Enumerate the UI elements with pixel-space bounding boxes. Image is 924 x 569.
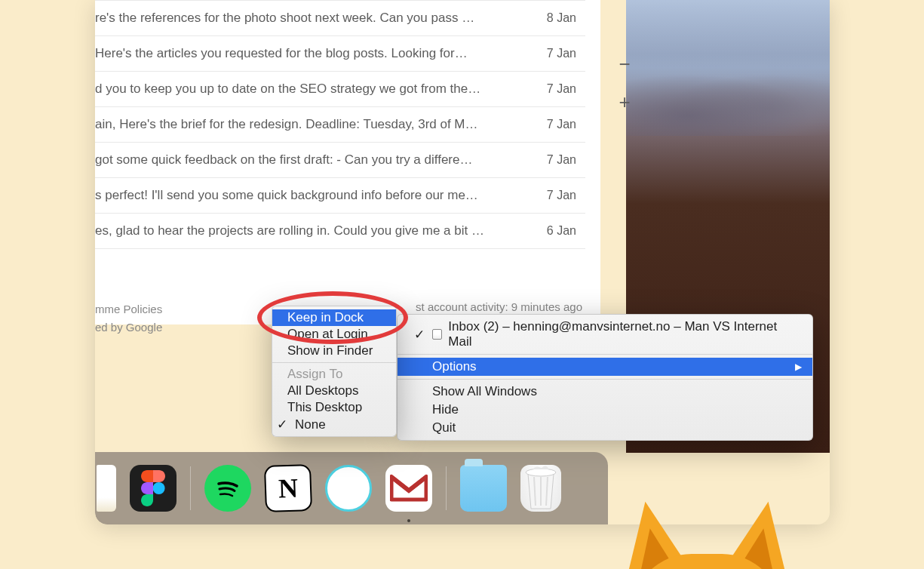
mail-subject: Here's the articles you requested for th…: [95, 46, 532, 61]
dock: N: [95, 452, 608, 524]
menu-separator: [398, 354, 812, 355]
submenu-assign-to: Assign To: [272, 366, 396, 383]
menu-hide-label: Hide: [432, 402, 459, 417]
mail-date: 7 Jan: [547, 189, 576, 202]
check-icon: ✓: [277, 417, 289, 432]
menu-quit-label: Quit: [432, 420, 456, 435]
mail-date: 7 Jan: [547, 153, 576, 167]
screenshot-window: re's the references for the photo shoot …: [95, 0, 830, 524]
dock-app-notes[interactable]: [97, 465, 116, 512]
mail-app: re's the references for the photo shoot …: [95, 0, 600, 324]
spotify-icon: [213, 473, 243, 503]
assign-to-label: Assign To: [287, 367, 342, 382]
options-submenu: Keep in Dock Open at Login Show in Finde…: [272, 306, 397, 437]
mail-subject: got some quick feedback on the first dra…: [95, 152, 532, 168]
dock-context-menu: ✓ Inbox (2) – henning@manvsinternet.no –…: [397, 314, 813, 441]
submenu-none[interactable]: ✓ None: [272, 416, 396, 433]
window-icon: [432, 329, 443, 340]
dock-app-spotify[interactable]: [204, 465, 251, 512]
mail-date: 7 Jan: [547, 118, 576, 131]
dock-trash[interactable]: [520, 465, 561, 512]
menu-item-quit[interactable]: Quit: [398, 419, 812, 437]
dock-app-webapp[interactable]: [325, 465, 372, 512]
open-at-login-label: Open at Login: [287, 327, 368, 342]
dock-app-notion[interactable]: N: [264, 464, 312, 512]
mail-date: 7 Jan: [547, 47, 576, 60]
mail-row[interactable]: re's the references for the photo shoot …: [95, 0, 585, 36]
menu-separator: [272, 362, 396, 363]
mail-row[interactable]: Here's the articles you requested for th…: [95, 36, 585, 72]
menu-options-label: Options: [432, 359, 477, 374]
submenu-keep-in-dock[interactable]: Keep in Dock: [272, 309, 396, 326]
account-activity: st account activity: 9 minutes ago: [416, 300, 582, 313]
menu-item-hide[interactable]: Hide: [398, 401, 812, 419]
mail-subject: ain, Here's the brief for the redesign. …: [95, 117, 532, 132]
menu-window-label: Inbox (2) – henning@manvsinternet.no – M…: [448, 319, 796, 349]
svg-point-0: [153, 482, 165, 494]
mail-date: 6 Jan: [547, 224, 576, 238]
all-desktops-label: All Desktops: [287, 383, 358, 398]
dock-separator: [190, 466, 191, 510]
menu-item-show-all[interactable]: Show All Windows: [398, 383, 812, 401]
mail-list: re's the references for the photo shoot …: [95, 0, 585, 249]
running-indicator-icon: [407, 519, 410, 522]
zoom-in-button[interactable]: +: [608, 83, 641, 121]
submenu-arrow-icon: ▶: [795, 361, 802, 372]
submenu-show-in-finder[interactable]: Show in Finder: [272, 343, 396, 359]
notion-icon: N: [278, 472, 298, 505]
mail-subject: s perfect! I'll send you some quick back…: [95, 188, 532, 203]
submenu-this-desktop[interactable]: This Desktop: [272, 399, 396, 416]
keep-in-dock-label: Keep in Dock: [287, 310, 364, 325]
none-label: None: [295, 417, 326, 432]
menu-item-window[interactable]: ✓ Inbox (2) – henning@manvsinternet.no –…: [398, 318, 812, 351]
mail-date: 8 Jan: [547, 11, 576, 25]
footer-google: ed by Google: [95, 318, 162, 337]
zoom-controls: − +: [608, 45, 641, 121]
menu-show-all-label: Show All Windows: [432, 384, 537, 399]
mail-date: 7 Jan: [547, 82, 576, 96]
submenu-open-at-login[interactable]: Open at Login: [272, 326, 396, 343]
dock-app-figma[interactable]: [130, 465, 177, 512]
check-icon: ✓: [414, 327, 426, 343]
this-desktop-label: This Desktop: [287, 400, 362, 415]
mail-subject: d you to keep you up to date on the SEO …: [95, 82, 532, 97]
dock-app-gmail[interactable]: [385, 465, 432, 512]
menu-separator: [398, 379, 812, 380]
menu-item-options[interactable]: Options ▶: [398, 358, 812, 376]
show-in-finder-label: Show in Finder: [287, 343, 373, 358]
mail-row[interactable]: s perfect! I'll send you some quick back…: [95, 178, 585, 214]
figma-icon: [141, 470, 165, 506]
mail-subject: re's the references for the photo shoot …: [95, 11, 532, 26]
mail-row[interactable]: d you to keep you up to date on the SEO …: [95, 72, 585, 107]
cat-decoration: [616, 501, 797, 569]
svg-point-4: [526, 469, 556, 476]
footer-policies: mme Policies: [95, 300, 162, 318]
dock-separator: [446, 466, 447, 510]
mail-row[interactable]: got some quick feedback on the first dra…: [95, 143, 585, 178]
footer-text: mme Policies ed by Google: [95, 300, 162, 337]
gmail-icon: [390, 474, 428, 503]
mail-row[interactable]: ain, Here's the brief for the redesign. …: [95, 107, 585, 143]
dock-downloads-folder[interactable]: [460, 465, 507, 512]
zoom-out-button[interactable]: −: [608, 45, 641, 83]
mail-row[interactable]: es, glad to hear the projects are rollin…: [95, 214, 585, 249]
mail-subject: es, glad to hear the projects are rollin…: [95, 223, 532, 238]
submenu-all-desktops[interactable]: All Desktops: [272, 383, 396, 399]
trash-icon: [520, 465, 561, 512]
